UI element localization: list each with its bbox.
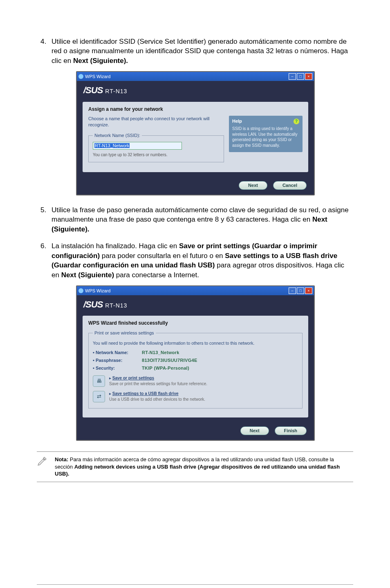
pencil-icon: [37, 456, 48, 478]
value-passphrase: 813OIT73IUSUU7RIVG4E: [142, 357, 197, 364]
instruction-5: Utilice la frase de paso generada automá…: [48, 205, 353, 234]
instruction-4-bold: Next (Siguiente).: [73, 57, 128, 65]
save-usb-link[interactable]: Save settings to a USB flash drive: [112, 391, 179, 396]
cancel-button[interactable]: Cancel: [273, 181, 307, 190]
note-lead: Nota:: [55, 456, 68, 462]
save-usb-action[interactable]: ⇄ ▸ Save settings to a USB flash drive U…: [93, 391, 298, 402]
close-button[interactable]: ×: [305, 287, 312, 294]
help-icon[interactable]: ?: [294, 119, 299, 124]
instruction-6: La instalación ha finalizado. Haga clic …: [48, 241, 353, 441]
note-block: Nota: Para más información acerca de cóm…: [37, 451, 353, 482]
network-name-fieldset: Network Name (SSID): RT-N13_Network You …: [88, 132, 224, 162]
instruction-6-bold3: Next (Siguiente): [61, 271, 114, 279]
ssid-input[interactable]: RT-N13_Network: [93, 142, 182, 150]
value-security: TKIP (WPA-Personal): [142, 365, 189, 371]
ssid-hint: You can type up to 32 letters or numbers…: [93, 152, 220, 158]
next-button[interactable]: Next: [240, 426, 269, 435]
instruction-6-seg2: para poder consultarla en el futuro o en: [100, 252, 225, 260]
minimize-button[interactable]: –: [289, 73, 296, 80]
help-box: Help ? SSID is a string used to identify…: [229, 116, 303, 152]
wps-wizard-window-1: WPS Wizard – □ × /SUS RT-N13 Assign a na…: [76, 71, 315, 195]
panel-title: Assign a name for your network: [88, 106, 303, 113]
print-save-desc: You will need to provide the following i…: [93, 340, 298, 346]
brand-logo: /SUS: [83, 298, 103, 311]
help-header: Help: [232, 118, 242, 124]
next-button[interactable]: Next: [239, 181, 267, 190]
row-passphrase: • Passphrase: 813OIT73IUSUU7RIVG4E: [93, 357, 298, 364]
usb-drive-icon: ⇄: [93, 391, 105, 402]
maximize-button[interactable]: □: [297, 287, 304, 294]
instruction-6-seg1: La instalación ha finalizado. Haga clic …: [52, 242, 179, 250]
value-network-name: RT-N13_Network: [142, 350, 179, 356]
note-ref: Adding network devices using a USB flash…: [55, 464, 340, 477]
wps-wizard-window-2: WPS Wizard – □ × /SUS RT-N13 WPS Wizard …: [76, 285, 315, 441]
brand-model: RT-N13: [105, 88, 127, 95]
window-title: WPS Wizard: [85, 288, 110, 294]
save-print-action[interactable]: 🖶 ▸ Save or print settings Save or print…: [93, 375, 298, 387]
page-footer: 30 RT-N13 Capítulo 5: Instalación de las…: [37, 584, 353, 588]
row-security: • Security: TKIP (WPA-Personal): [93, 365, 298, 371]
help-text: SSID is a string used to identify a wire…: [232, 126, 299, 148]
window-titlebar: WPS Wizard – □ ×: [77, 72, 314, 81]
close-button[interactable]: ×: [305, 73, 312, 80]
save-usb-desc: Use a USB drive to add other devices to …: [109, 397, 205, 402]
print-save-legend: Print or save wireless settings: [93, 330, 156, 336]
ssid-input-value: RT-N13_Network: [94, 143, 130, 148]
app-icon: [78, 288, 83, 293]
label-network-name: • Network Name:: [93, 350, 138, 356]
label-passphrase: • Passphrase:: [93, 357, 138, 364]
print-save-fieldset: Print or save wireless settings You will…: [88, 330, 303, 408]
panel-description: Choose a name that people who connect to…: [88, 116, 224, 128]
instruction-6-seg4: para conectarse a Internet.: [114, 271, 199, 279]
save-print-link[interactable]: Save or print settings: [112, 376, 154, 380]
window-title: WPS Wizard: [85, 74, 110, 80]
label-security: • Security:: [93, 365, 138, 371]
maximize-button[interactable]: □: [297, 73, 304, 80]
brand-model: RT-N13: [105, 302, 127, 310]
printer-icon: 🖶: [93, 375, 105, 387]
instruction-5-text: Utilice la frase de paso generada automá…: [52, 206, 349, 223]
instruction-4: Utilice el identificador SSID (Service S…: [48, 37, 353, 195]
ssid-legend: Network Name (SSID):: [93, 132, 142, 139]
save-print-desc: Save or print the wireless settings for …: [109, 382, 207, 386]
minimize-button[interactable]: –: [289, 287, 296, 294]
note-text: Nota: Para más información acerca de cóm…: [55, 456, 353, 478]
finish-button[interactable]: Finish: [275, 426, 307, 435]
panel-title: WPS Wizard finished successfully: [88, 320, 303, 327]
app-icon: [78, 74, 83, 79]
window-titlebar: WPS Wizard – □ ×: [77, 286, 314, 295]
row-network-name: • Network Name: RT-N13_Network: [93, 350, 298, 356]
brand-logo: /SUS: [83, 84, 103, 97]
